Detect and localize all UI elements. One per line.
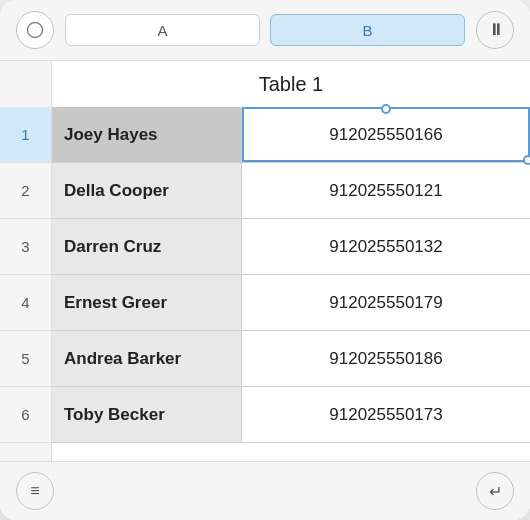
cell-name-3[interactable]: Darren Cruz (52, 219, 242, 274)
selection-handle-top (381, 104, 391, 114)
row-num-3[interactable]: 3 (0, 219, 51, 275)
cell-phone-6[interactable]: 912025550173 (242, 387, 530, 442)
return-button[interactable]: ↵ (476, 472, 514, 510)
row-num-4[interactable]: 4 (0, 275, 51, 331)
row-num-5[interactable]: 5 (0, 331, 51, 387)
table-row[interactable]: Andrea Barker 912025550186 (52, 331, 530, 387)
equals-icon: ≡ (30, 482, 39, 500)
cell-name-2[interactable]: Della Cooper (52, 163, 242, 218)
table-title: Table 1 (52, 61, 530, 107)
cell-phone-2[interactable]: 912025550121 (242, 163, 530, 218)
col-header-b[interactable]: B (270, 14, 465, 46)
pause-icon: ⏸ (488, 21, 503, 39)
main-content: 1 2 3 4 5 6 Table 1 Joey Hayes 9120 (0, 61, 530, 461)
svg-point-0 (28, 23, 43, 38)
table-row[interactable]: Ernest Greer 912025550179 (52, 275, 530, 331)
cell-name-6[interactable]: Toby Becker (52, 387, 242, 442)
toolbar: A B ⏸ (0, 0, 530, 61)
selection-handle-bottom (523, 155, 530, 165)
cell-name-4[interactable]: Ernest Greer (52, 275, 242, 330)
bottom-toolbar: ≡ ↵ (0, 461, 530, 520)
table-grid: Joey Hayes 912025550166 Della Cooper 912… (52, 107, 530, 461)
app-container: A B ⏸ 1 2 3 4 5 6 Table 1 (0, 0, 530, 520)
cell-name-5[interactable]: Andrea Barker (52, 331, 242, 386)
col-header-a[interactable]: A (65, 14, 260, 46)
circle-button[interactable] (16, 11, 54, 49)
row-num-2[interactable]: 2 (0, 163, 51, 219)
col-a-label: A (157, 22, 167, 39)
row-num-1[interactable]: 1 (0, 107, 51, 163)
cell-phone-1[interactable]: 912025550166 (242, 107, 530, 162)
table-row[interactable]: Darren Cruz 912025550132 (52, 219, 530, 275)
table-row[interactable]: Toby Becker 912025550173 (52, 387, 530, 443)
pause-button[interactable]: ⏸ (476, 11, 514, 49)
cell-name-1[interactable]: Joey Hayes (52, 107, 242, 162)
equals-button[interactable]: ≡ (16, 472, 54, 510)
cell-phone-4[interactable]: 912025550179 (242, 275, 530, 330)
table-row[interactable]: Della Cooper 912025550121 (52, 163, 530, 219)
row-sidebar: 1 2 3 4 5 6 (0, 61, 52, 461)
table-area: Table 1 Joey Hayes 912025550166 (52, 61, 530, 461)
table-row[interactable]: Joey Hayes 912025550166 (52, 107, 530, 163)
cell-phone-5[interactable]: 912025550186 (242, 331, 530, 386)
circle-icon (26, 21, 44, 39)
cell-phone-3[interactable]: 912025550132 (242, 219, 530, 274)
row-num-6[interactable]: 6 (0, 387, 51, 443)
col-b-label: B (362, 22, 372, 39)
return-icon: ↵ (489, 482, 502, 501)
